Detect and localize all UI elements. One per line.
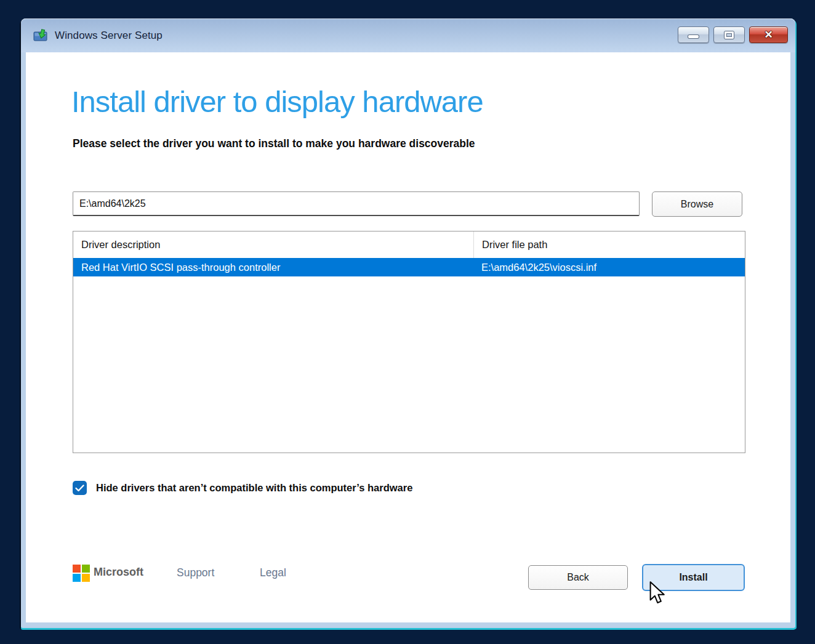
microsoft-logo-square-green [82,565,90,573]
page-subtitle: Please select the driver you want to ins… [73,137,475,150]
back-button[interactable]: Back [528,565,628,590]
driver-path-input[interactable] [73,191,640,216]
window-title: Windows Server Setup [55,30,163,42]
setup-window: Windows Server Setup ✕ Install driver to… [21,18,795,628]
maximize-icon [725,31,734,39]
close-icon: ✕ [764,30,773,40]
checkmark-icon [75,485,84,492]
close-button[interactable]: ✕ [749,26,788,43]
window-controls: ✕ [678,26,788,43]
driver-description-cell: Red Hat VirtIO SCSI pass-through control… [73,262,473,273]
microsoft-logo [73,565,90,582]
legal-link[interactable]: Legal [260,566,286,579]
driver-path-cell: E:\amd64\2k25\vioscsi.inf [473,262,745,273]
page-title: Install driver to display hardware [71,84,483,119]
driver-list-header: Driver description Driver file path [73,231,745,258]
microsoft-logo-square-yellow [82,574,90,582]
support-link[interactable]: Support [177,566,214,579]
minimize-button[interactable] [678,26,709,43]
driver-row-selected[interactable]: Red Hat VirtIO SCSI pass-through control… [73,258,745,276]
microsoft-brand-label: Microsoft [94,566,143,579]
driver-list[interactable]: Driver description Driver file path Red … [73,231,745,453]
desktop: { "window": { "title": "Windows Server S… [0,0,815,644]
microsoft-logo-square-red [73,565,81,573]
dialog-content: Install driver to display hardware Pleas… [26,52,790,622]
titlebar[interactable]: Windows Server Setup ✕ [21,18,795,52]
minimize-icon [688,35,699,38]
microsoft-logo-square-blue [73,574,81,582]
column-header-description[interactable]: Driver description [73,239,473,251]
mouse-cursor [649,581,666,605]
hide-incompatible-label: Hide drivers that aren’t compatible with… [96,482,412,494]
browse-button[interactable]: Browse [652,191,742,217]
hide-incompatible-row: Hide drivers that aren’t compatible with… [73,481,412,495]
setup-install-icon [33,29,48,42]
column-header-path[interactable]: Driver file path [473,231,745,258]
hide-incompatible-checkbox[interactable] [73,481,87,495]
maximize-button[interactable] [713,26,745,43]
